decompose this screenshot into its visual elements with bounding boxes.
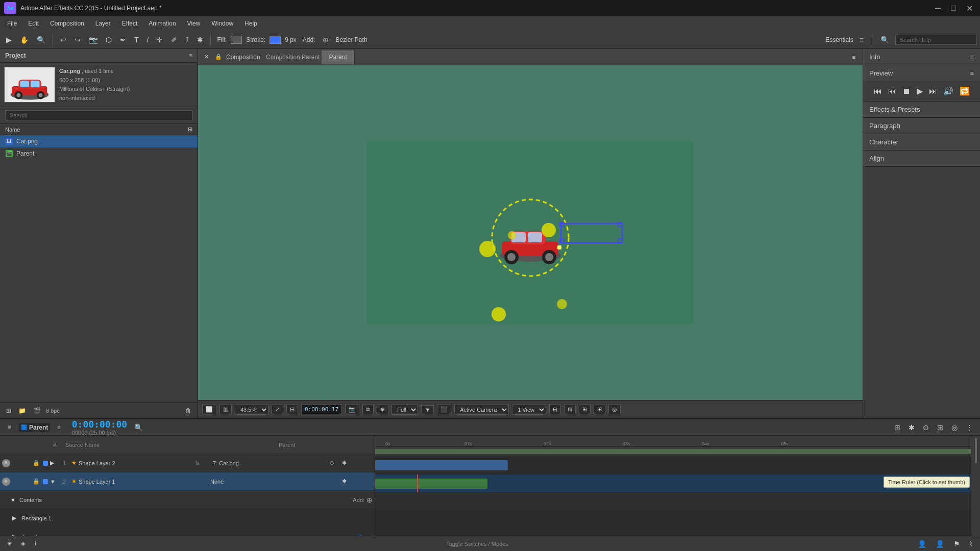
new-layer-btn[interactable]: ⊕ — [4, 538, 15, 549]
preview-options-icon[interactable]: ≡ — [970, 69, 974, 77]
color-mgmt-btn[interactable]: ⊕ — [377, 405, 388, 414]
preview-play-btn[interactable]: ▶ — [915, 85, 925, 97]
layer-row[interactable]: 👁 🔒 ▼ 2 ★ Shape Layer 1 None ✱ — [0, 472, 375, 491]
folder-btn[interactable]: 📁 — [16, 406, 28, 415]
roi-btn2[interactable]: ⬛ — [437, 405, 451, 414]
close-comp-btn[interactable]: ✕ — [202, 53, 211, 61]
contents-row[interactable]: ▼ Contents Add: ⊕ — [0, 491, 375, 509]
fit-btn[interactable]: ⤢ — [272, 405, 283, 414]
maximize-button[interactable]: □ — [948, 4, 959, 13]
lock-toggle[interactable]: 🔒 — [33, 478, 41, 485]
lock-toggle[interactable]: 🔒 — [33, 460, 41, 466]
clone-tool[interactable]: ⤴ — [182, 34, 192, 46]
search-input[interactable] — [895, 35, 977, 45]
text-tool[interactable]: T — [131, 34, 142, 46]
hand-tool[interactable]: ✋ — [17, 34, 32, 46]
menu-view[interactable]: View — [182, 18, 206, 29]
add-btn[interactable]: ⊕ — [320, 34, 332, 46]
camera-btn[interactable]: 📷 — [345, 405, 359, 414]
new-folder-btn[interactable]: ⊞ — [4, 406, 13, 415]
search-timeline-btn[interactable]: 🔍 — [131, 421, 146, 434]
menu-composition[interactable]: Composition — [45, 18, 89, 29]
list-view-icon[interactable]: ⊞ — [188, 126, 192, 133]
lock-comp-btn[interactable]: 🔒 — [213, 53, 224, 61]
add-btn[interactable]: ⊕ — [366, 496, 373, 504]
3d-gizmo[interactable]: ⊞ — [579, 405, 591, 414]
timeline-scroll-right[interactable] — [971, 436, 980, 536]
motion-blur-switch[interactable]: ✱ — [342, 460, 347, 466]
comp-options-btn[interactable]: ≡ — [849, 52, 859, 62]
visibility-toggle[interactable]: 👁 — [2, 478, 10, 486]
expand-icon[interactable]: ▼ — [10, 497, 17, 503]
person-icon-2[interactable]: 👤 — [933, 538, 947, 550]
project-options-icon[interactable]: ≡ — [189, 52, 192, 59]
comp-tab-parent[interactable]: Parent — [322, 51, 354, 64]
work-area-bar[interactable] — [375, 447, 980, 456]
preview-header[interactable]: Preview ≡ — [863, 65, 980, 81]
transparency-btn[interactable]: ▥ — [219, 405, 232, 414]
track-1[interactable] — [375, 456, 980, 474]
rectangle-row[interactable]: ▶ Rectangle 1 — [0, 509, 375, 528]
zoom-tool[interactable]: 🔍 — [34, 34, 48, 46]
mask-btn[interactable]: ◎ — [608, 405, 621, 414]
align-header[interactable]: Align — [863, 151, 980, 166]
parent-select[interactable]: 7. Car.png — [213, 460, 328, 466]
search-icon[interactable]: 🔍 — [877, 34, 892, 46]
camera-select[interactable]: Active Camera — [454, 405, 509, 415]
fill-color[interactable] — [231, 36, 242, 44]
person-icon-1[interactable]: 👤 — [915, 538, 929, 550]
expand-icon[interactable]: ▶ — [12, 515, 19, 521]
puppet-tool[interactable]: ✱ — [194, 34, 206, 46]
new-mask-btn[interactable]: ◈ — [18, 538, 28, 549]
close-timeline-btn[interactable]: ✕ — [4, 422, 15, 433]
track-bar-2[interactable] — [375, 479, 487, 489]
draft-btn[interactable]: ⧉ — [362, 405, 374, 414]
motion-blur-btn[interactable]: ✱ — [905, 421, 918, 434]
layer-expand-btn[interactable]: ▶ — [50, 460, 57, 466]
flag-icon[interactable]: ⚑ — [950, 538, 963, 550]
layer-star-icon[interactable]: ★ — [71, 460, 77, 466]
layer-star-icon[interactable]: ★ — [71, 478, 77, 485]
undo-btn[interactable]: ↩ — [57, 34, 69, 46]
preview-stop-btn[interactable]: ⏹ — [900, 86, 913, 97]
layer-expand-btn[interactable]: ▼ — [50, 479, 57, 485]
selection-tool[interactable]: ▶ — [3, 34, 15, 46]
menu-edit[interactable]: Edit — [23, 18, 44, 29]
line-tool[interactable]: / — [144, 34, 152, 46]
preview-first-btn[interactable]: ⏮ — [872, 86, 884, 97]
menu-window[interactable]: Window — [206, 18, 238, 29]
paint-tool[interactable]: ✐ — [168, 34, 180, 46]
comp-viewport[interactable] — [198, 65, 863, 400]
workspace-options[interactable]: ≡ — [856, 34, 867, 46]
quality-select[interactable]: Full — [391, 405, 418, 415]
close-button[interactable]: ✕ — [963, 4, 976, 13]
zoom-select[interactable]: 43.5% — [235, 405, 268, 415]
timeline-tracks[interactable]: 0s 01s 02s 03s 04s 05s — [375, 436, 980, 536]
layer-row[interactable]: 👁 🔒 ▶ 1 ★ Shape Layer 2 fx 7. Car.png ⊕ … — [0, 454, 375, 472]
menu-help[interactable]: Help — [239, 18, 262, 29]
pixel-aspect[interactable]: ⊠ — [564, 405, 576, 414]
shape-btn[interactable]: ⬡ — [103, 34, 115, 46]
new-comp-btn[interactable]: 🎬 — [31, 406, 43, 415]
stroke-color[interactable] — [270, 36, 281, 44]
time-cursor[interactable] — [417, 474, 418, 492]
waveform-icon[interactable]: ⌇ — [966, 538, 976, 550]
paragraph-header[interactable]: Paragraph — [863, 118, 980, 134]
list-item[interactable]: 🎬 Parent — [0, 147, 198, 160]
redo-btn[interactable]: ↪ — [71, 34, 84, 46]
toggle-view[interactable]: ⊟ — [549, 405, 561, 414]
preview-audio-btn[interactable]: 🔊 — [941, 85, 955, 97]
solo-btn[interactable]: ⊙ — [920, 421, 932, 434]
menu-file[interactable]: File — [2, 18, 22, 29]
preview-next-btn[interactable]: ⏭ — [927, 86, 939, 97]
region-of-interest-btn[interactable]: ⬜ — [202, 405, 216, 414]
timeline-ruler[interactable]: 0s 01s 02s 03s 04s 05s — [375, 436, 980, 447]
track-bar-1[interactable] — [375, 460, 508, 470]
menu-layer[interactable]: Layer — [90, 18, 116, 29]
graph-editor-btn[interactable]: ⌇ — [31, 538, 40, 549]
pen-tool[interactable]: ✒ — [117, 34, 129, 46]
visibility-toggle[interactable]: 👁 — [2, 459, 10, 467]
toggle-switches-btn[interactable]: ⊞ — [891, 421, 903, 434]
info-header[interactable]: Info ≡ — [863, 49, 980, 65]
effects-presets-header[interactable]: Effects & Presets — [863, 102, 980, 117]
